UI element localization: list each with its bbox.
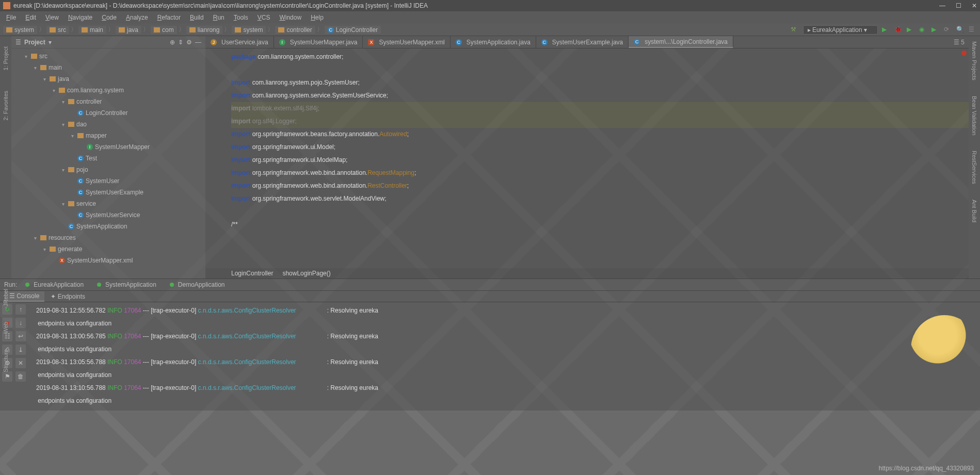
- tool-ant-build[interactable]: Ant Build: [971, 200, 977, 222]
- down-icon[interactable]: ↓: [15, 318, 26, 328]
- tree-item-mapper[interactable]: ▾mapper: [11, 130, 205, 141]
- tree-item-systemuserexample[interactable]: CSystemUserExample: [11, 187, 205, 198]
- breadcrumb-src[interactable]: src: [46, 26, 69, 34]
- tab-overflow-count[interactable]: ☰ 5: [950, 36, 969, 48]
- error-stripe-mark[interactable]: [961, 51, 967, 56]
- window-title: eureak [D:\ideaworkspace\eureak] - D:\id…: [13, 2, 428, 9]
- editor-tab[interactable]: CSystemUserExample.java: [536, 36, 629, 48]
- breadcrumb-system[interactable]: system: [3, 26, 37, 34]
- tool-2-favorites[interactable]: 2: Favorites: [3, 91, 9, 120]
- tree-item-src[interactable]: ▾src: [11, 51, 205, 62]
- trash-icon[interactable]: 🗑: [15, 371, 26, 382]
- scroll-icon[interactable]: ⇕: [178, 39, 183, 46]
- collapse-icon[interactable]: ⊕: [170, 39, 175, 46]
- code-editor[interactable]: package com.lianrong.system.controller; …: [205, 48, 969, 268]
- menu-tools[interactable]: Tools: [230, 13, 252, 22]
- vcs-icon[interactable]: ⟳: [944, 26, 952, 34]
- menu-vcs[interactable]: VCS: [253, 13, 275, 22]
- clear-icon[interactable]: ✕: [15, 358, 26, 368]
- tree-item-service[interactable]: ▾service: [11, 198, 205, 209]
- scroll-icon[interactable]: ⤓: [15, 345, 26, 355]
- tree-item-com-lianrong-system[interactable]: ▾com.lianrong.system: [11, 85, 205, 96]
- tool-bean-validation[interactable]: Bean Validation: [971, 96, 977, 135]
- code-breadcrumb: LoginController showLoginPage(): [205, 268, 969, 279]
- right-tool-stripe: Maven ProjectsBean ValidationRestService…: [969, 36, 980, 279]
- crumb-method[interactable]: showLoginPage(): [282, 270, 330, 277]
- editor-tab[interactable]: JUserService.java: [205, 36, 274, 48]
- menu-analyze[interactable]: Analyze: [122, 13, 152, 22]
- tree-item-generate[interactable]: ▾generate: [11, 243, 205, 255]
- maximize-button[interactable]: ☐: [956, 2, 961, 9]
- tool-structure[interactable]: Structure: [3, 349, 9, 372]
- run-icon[interactable]: ▶: [882, 26, 890, 34]
- tree-item-test[interactable]: CTest: [11, 153, 205, 164]
- run-tab-eureak[interactable]: EureakApplication: [20, 280, 89, 289]
- project-tree[interactable]: ▾src▾main▾java▾com.lianrong.system▾contr…: [11, 48, 205, 279]
- console-output[interactable]: 2019-08-31 12:55:56.782 INFO 17064 --- […: [31, 302, 980, 411]
- run-config-selector[interactable]: ▸ EureakApplication ▾: [803, 25, 878, 35]
- menu-file[interactable]: File: [2, 13, 20, 22]
- tree-item-main[interactable]: ▾main: [11, 62, 205, 73]
- menu-help[interactable]: Help: [307, 13, 328, 22]
- tree-item-systemuserservice[interactable]: CSystemUserService: [11, 209, 205, 221]
- tool-jrebel[interactable]: JRebel: [3, 289, 9, 306]
- editor-tabs: JUserService.javaISystemUserMapper.javaX…: [205, 36, 969, 48]
- stop-icon[interactable]: ▶: [931, 26, 940, 34]
- wrap-icon[interactable]: ↩: [15, 331, 26, 341]
- coverage-icon[interactable]: ▶: [907, 26, 915, 34]
- editor-tab[interactable]: CSystemApplication.java: [451, 36, 536, 48]
- project-view-icon[interactable]: ☰: [15, 39, 21, 46]
- tree-item-controller[interactable]: ▾controller: [11, 96, 205, 107]
- up-icon[interactable]: ↑: [15, 304, 26, 315]
- structure-icon[interactable]: ☰: [969, 26, 977, 34]
- tree-item-dao[interactable]: ▾dao: [11, 119, 205, 130]
- menu-window[interactable]: Window: [275, 13, 306, 22]
- search-icon[interactable]: 🔍: [956, 26, 965, 34]
- close-button[interactable]: ✕: [972, 2, 977, 9]
- editor-tab[interactable]: ISystemUserMapper.java: [274, 36, 363, 48]
- menu-build[interactable]: Build: [186, 13, 208, 22]
- breadcrumb: system〉src〉main〉java〉com〉lianrong〉system…: [3, 25, 381, 34]
- menu-edit[interactable]: Edit: [21, 13, 40, 22]
- gear-icon[interactable]: ⚙: [186, 39, 192, 46]
- breadcrumb-main[interactable]: main: [78, 26, 106, 34]
- dropdown-icon[interactable]: ▾: [49, 39, 52, 46]
- project-panel-title[interactable]: Project: [24, 39, 45, 46]
- tool-web[interactable]: Web: [3, 322, 9, 333]
- tree-item-systemuser[interactable]: CSystemUser: [11, 175, 205, 187]
- tool-restservices[interactable]: RestServices: [971, 151, 977, 184]
- menu-view[interactable]: View: [41, 13, 63, 22]
- hammer-icon[interactable]: ⚒: [791, 26, 799, 34]
- menu-navigate[interactable]: Navigate: [64, 13, 97, 22]
- run-tab-system[interactable]: SystemApplication: [92, 280, 162, 289]
- menu-run[interactable]: Run: [209, 13, 229, 22]
- menu-refactor[interactable]: Refactor: [153, 13, 185, 22]
- hide-icon[interactable]: —: [195, 39, 201, 46]
- endpoints-tab[interactable]: ✦ Endpoints: [45, 292, 90, 301]
- breadcrumb-com[interactable]: com: [151, 26, 177, 34]
- profile-icon[interactable]: ◉: [919, 26, 927, 34]
- breadcrumb-LoginController[interactable]: CLoginController: [325, 26, 381, 34]
- tree-item-systemusermapper[interactable]: ISystemUserMapper: [11, 141, 205, 153]
- breadcrumb-lianrong[interactable]: lianrong: [186, 26, 223, 34]
- tree-item-logincontroller[interactable]: CLoginController: [11, 107, 205, 119]
- minimize-button[interactable]: —: [939, 2, 945, 9]
- tool-1-project[interactable]: 1: Project: [3, 46, 9, 70]
- tree-item-java[interactable]: ▾java: [11, 73, 205, 85]
- crumb-class[interactable]: LoginController: [231, 270, 273, 277]
- debug-icon[interactable]: 🐞: [894, 26, 903, 34]
- run-tab-demo[interactable]: DemoApplication: [165, 280, 230, 289]
- menu-code[interactable]: Code: [98, 13, 121, 22]
- breadcrumb-controller[interactable]: controller: [275, 26, 315, 34]
- filter-icon[interactable]: ⚑: [2, 371, 12, 382]
- tree-item-systemapplication[interactable]: CSystemApplication: [11, 221, 205, 232]
- tool-maven-projects[interactable]: Maven Projects: [971, 41, 977, 80]
- tree-item-systemusermapper-xml[interactable]: XSystemUserMapper.xml: [11, 255, 205, 266]
- editor-tab[interactable]: Csystem\...\LoginController.java: [629, 36, 733, 48]
- editor-tab[interactable]: XSystemUserMapper.xml: [363, 36, 450, 48]
- breadcrumb-java[interactable]: java: [116, 26, 141, 34]
- tree-item-pojo[interactable]: ▾pojo: [11, 164, 205, 175]
- tree-item-resources[interactable]: ▾resources: [11, 232, 205, 243]
- breadcrumb-system[interactable]: system: [232, 26, 266, 34]
- run-label: Run:: [4, 281, 17, 288]
